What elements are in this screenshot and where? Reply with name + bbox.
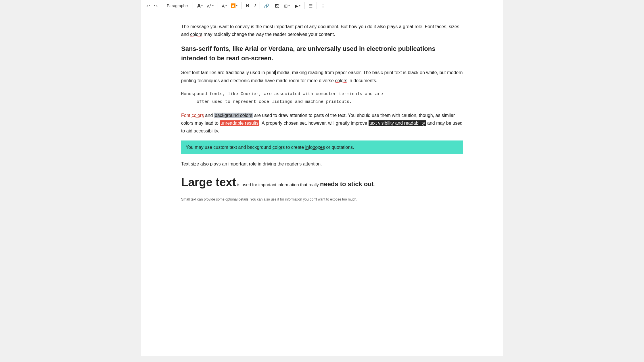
para2-text-1: Serif font families are traditionally us… xyxy=(181,70,275,75)
text-underline-color-button[interactable]: A ▾ xyxy=(220,3,229,9)
link-button[interactable]: 🔗 xyxy=(262,3,271,9)
para2-colors-link[interactable]: colors xyxy=(335,78,347,83)
font-size-button[interactable]: A ▾ xyxy=(195,2,204,9)
para4-mid3: may lead to xyxy=(193,121,220,126)
para2-text-3: in documents. xyxy=(347,78,377,83)
divider-7 xyxy=(317,2,317,9)
para4-font-text: Font xyxy=(181,113,191,118)
font-grow-button[interactable]: A+ ▾ xyxy=(205,2,215,9)
highlight-color-button[interactable]: A ▾ xyxy=(229,2,239,9)
divider-3 xyxy=(218,2,218,9)
table-button[interactable]: ⊞ ▾ xyxy=(282,3,292,9)
mixed-normal-2: . xyxy=(374,182,375,187)
list-icon: ☰ xyxy=(309,4,313,8)
mixed-size-paragraph: Large text is used for important informa… xyxy=(181,174,463,191)
para1-text-2: may radically change the way the reader … xyxy=(202,32,335,37)
font-grow-chevron-icon: ▾ xyxy=(212,4,214,7)
infobox-text-3: or quotations. xyxy=(325,145,354,150)
font-size-large-icon: A xyxy=(197,3,201,8)
text-color-group: A ▾ A ▾ xyxy=(220,2,239,9)
divider-4 xyxy=(241,2,242,9)
undo-icon: ↩ xyxy=(146,4,150,8)
divider-2 xyxy=(193,2,193,9)
undo-redo-group: ↩ ↪ xyxy=(145,3,160,9)
para1-colors-link[interactable]: colors xyxy=(190,32,202,37)
redo-button[interactable]: ↪ xyxy=(152,3,160,9)
paragraph-5: Text size also plays an important role i… xyxy=(181,160,463,168)
font-size-group: A ▾ A+ ▾ xyxy=(195,2,215,9)
bold-button[interactable]: B xyxy=(244,2,251,9)
divider-6 xyxy=(304,2,305,9)
divider-1 xyxy=(162,2,162,9)
infobox-text-1: You may use custom text and background xyxy=(186,145,273,150)
editor-content[interactable]: The message you want to convey is the mo… xyxy=(181,23,463,202)
undo-button[interactable]: ↩ xyxy=(145,3,152,9)
paragraph-4: Font colors and background colors are us… xyxy=(181,111,463,135)
para4-colors-red[interactable]: colors xyxy=(191,113,204,118)
heading-1: Sans-serif fonts, like Arial or Verdana,… xyxy=(181,44,463,63)
media-button[interactable]: ▶ ▾ xyxy=(293,3,302,9)
highlight-chevron-icon: ▾ xyxy=(236,4,237,7)
para4-mid2: are used to draw attention to parts of t… xyxy=(253,113,455,118)
link-icon: 🔗 xyxy=(264,4,269,8)
text-underline-icon: A xyxy=(222,4,225,8)
table-icon: ⊞ xyxy=(284,4,288,8)
italic-icon: I xyxy=(254,3,256,8)
font-size-chevron-icon: ▾ xyxy=(201,4,203,7)
list-button[interactable]: ☰ xyxy=(307,3,314,9)
infobox-block: You may use custom text and background c… xyxy=(181,140,463,154)
para4-bg-gray-text: background colors xyxy=(214,113,253,118)
font-grow-icon: A+ xyxy=(207,3,211,8)
infobox-colors-link[interactable]: colors xyxy=(273,145,285,150)
editor-wrapper: The message you want to convey is the mo… xyxy=(141,11,503,356)
image-button[interactable]: 🖼 xyxy=(273,3,281,9)
bold-icon: B xyxy=(246,3,249,8)
infobox-text-2: to create xyxy=(285,145,305,150)
paragraph-chevron-icon: ▾ xyxy=(187,4,188,7)
large-text-span: Large text xyxy=(181,176,236,188)
paragraph-2: Serif font families are traditionally us… xyxy=(181,69,463,84)
underline-chevron-icon: ▾ xyxy=(225,4,227,7)
toolbar: ↩ ↪ Paragraph ▾ A ▾ A+ ▾ A ▾ A ▾ B xyxy=(141,0,503,11)
redo-icon: ↪ xyxy=(154,4,158,8)
mixed-bold-text: needs to stick out xyxy=(320,180,374,188)
infobox-infoboxes-link[interactable]: infoboxes xyxy=(305,145,325,150)
italic-button[interactable]: I xyxy=(253,2,257,9)
paragraph-1: The message you want to convey is the mo… xyxy=(181,23,463,38)
divider-5 xyxy=(260,2,260,9)
small-text-paragraph: Small text can provide some optional det… xyxy=(181,197,463,202)
paragraph-style-label: Paragraph xyxy=(167,3,185,8)
media-icon: ▶ xyxy=(295,4,298,8)
highlight-icon: A xyxy=(231,3,236,8)
para4-colors-link[interactable]: colors xyxy=(181,121,193,126)
media-chevron-icon: ▾ xyxy=(299,4,300,7)
image-icon: 🖼 xyxy=(275,4,279,8)
paragraph-style-select[interactable]: Paragraph ▾ xyxy=(164,2,190,9)
more-options-button[interactable]: ⋮ xyxy=(319,3,327,9)
more-icon: ⋮ xyxy=(321,4,325,8)
para4-unreadable: unreadable results xyxy=(220,120,259,126)
mixed-normal-1: is used for important information that r… xyxy=(236,182,320,187)
para4-mid4: . A properly chosen set, however, will g… xyxy=(259,121,369,126)
mono-paragraph: Monospaced fonts, like Courier, are asso… xyxy=(181,90,463,106)
para4-visibility: text visibility and readability xyxy=(369,120,426,126)
table-chevron-icon: ▾ xyxy=(288,4,290,7)
para4-mid1: and xyxy=(204,113,214,118)
